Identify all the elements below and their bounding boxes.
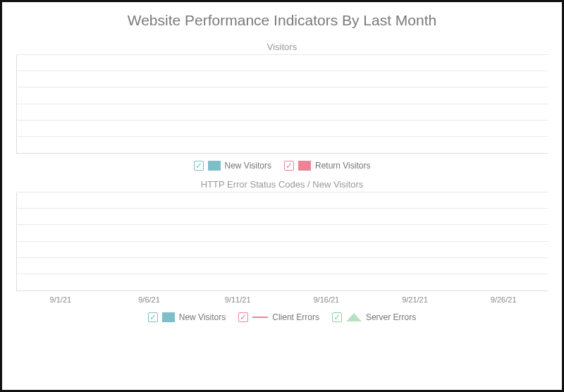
legend-label: New Visitors <box>179 312 226 322</box>
errors-panel: HTTP Error Status Codes / New Visitors 9… <box>2 179 562 322</box>
xaxis-tick: 9/6/21 <box>138 295 160 304</box>
line-sample-icon <box>252 317 268 318</box>
triangle-sample-icon <box>346 313 362 321</box>
visitors-chart-title: Visitors <box>2 42 562 52</box>
legend-new-visitors[interactable]: New Visitors <box>194 161 271 171</box>
xaxis-tick: 9/21/21 <box>402 295 428 304</box>
errors-chart-title: HTTP Error Status Codes / New Visitors <box>2 179 562 190</box>
xaxis-tick: 9/11/21 <box>225 295 251 304</box>
checkbox-icon[interactable] <box>284 161 294 171</box>
checkbox-icon[interactable] <box>332 312 342 322</box>
checkbox-icon[interactable] <box>148 312 158 322</box>
visitors-panel: Visitors New Visitors Return Visitors <box>2 42 562 171</box>
page-title: Website Performance Indicators By Last M… <box>2 2 562 36</box>
legend-new-visitors[interactable]: New Visitors <box>148 312 226 322</box>
legend-return-visitors[interactable]: Return Visitors <box>284 161 370 171</box>
legend-label: Client Errors <box>272 312 319 322</box>
checkbox-icon[interactable] <box>238 312 248 322</box>
legend-label: Server Errors <box>366 312 416 322</box>
checkbox-icon[interactable] <box>194 161 204 171</box>
legend-client-errors[interactable]: Client Errors <box>238 312 319 322</box>
errors-legend: New Visitors Client Errors Server Errors <box>2 312 562 322</box>
swatch-icon <box>162 312 175 322</box>
swatch-icon <box>298 161 311 171</box>
xaxis-tick: 9/26/21 <box>491 295 517 304</box>
visitors-legend: New Visitors Return Visitors <box>2 161 562 171</box>
swatch-icon <box>208 161 221 171</box>
errors-xaxis: 9/1/219/6/219/11/219/16/219/21/219/26/21 <box>16 295 548 305</box>
visitors-chart <box>16 55 548 154</box>
legend-label: Return Visitors <box>315 161 370 171</box>
legend-server-errors[interactable]: Server Errors <box>332 312 416 322</box>
legend-label: New Visitors <box>225 161 271 171</box>
xaxis-tick: 9/16/21 <box>313 295 339 304</box>
xaxis-tick: 9/1/21 <box>50 295 72 304</box>
errors-chart <box>16 192 548 291</box>
